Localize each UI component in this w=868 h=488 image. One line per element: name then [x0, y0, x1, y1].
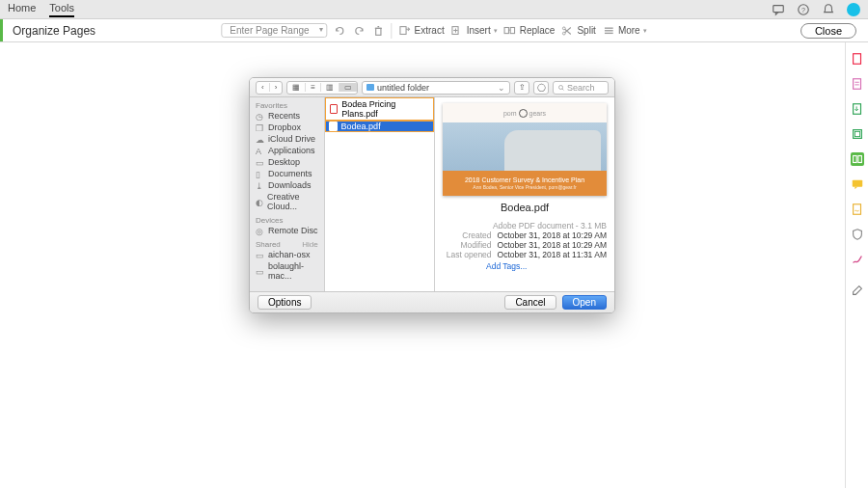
- devices-label: Devices: [256, 216, 318, 225]
- search-icon: [557, 84, 565, 92]
- file-preview: pomgears 2018 Customer Survey & Incentiv…: [435, 97, 614, 291]
- protect-icon[interactable]: [851, 228, 864, 241]
- file-open-dialog: ‹› ▦≡▥▭ untitled folder ⌄ ⇪ ◯ Search Fav…: [249, 77, 615, 313]
- trash-icon[interactable]: [372, 24, 386, 38]
- cc-icon: ◐: [256, 198, 263, 206]
- share-button[interactable]: ⇪: [514, 81, 529, 95]
- location-dropdown[interactable]: untitled folder ⌄: [362, 81, 510, 95]
- view-mode-buttons[interactable]: ▦≡▥▭: [286, 81, 358, 95]
- cancel-button[interactable]: Cancel: [504, 295, 556, 310]
- sidebar-downloads[interactable]: ⤓Downloads: [256, 179, 318, 191]
- recents-icon: ◷: [256, 112, 264, 121]
- file-list: Bodea Pricing Plans.pdf Bodea.pdf: [325, 97, 435, 291]
- preview-thumbnail: pomgears 2018 Customer Survey & Incentiv…: [443, 103, 607, 196]
- avatar[interactable]: [847, 3, 860, 16]
- folder-icon: [366, 84, 374, 91]
- svg-rect-13: [853, 54, 860, 65]
- apps-icon: A: [256, 147, 264, 155]
- chat-icon[interactable]: [772, 3, 785, 16]
- sidebar-shared-2[interactable]: ▭bolaughl-mac...: [256, 260, 318, 282]
- app-topbar: Home Tools ?: [0, 0, 868, 19]
- svg-rect-10: [605, 27, 613, 28]
- split-icon: [560, 24, 574, 38]
- svg-rect-0: [773, 5, 784, 12]
- file-row[interactable]: Bodea.pdf: [325, 121, 434, 132]
- svg-rect-7: [511, 27, 515, 33]
- extract-button[interactable]: Extract: [398, 24, 445, 38]
- svg-text:?: ?: [801, 6, 805, 13]
- create-pdf-icon[interactable]: [851, 52, 864, 66]
- top-tabs: Home Tools: [8, 2, 74, 17]
- options-button[interactable]: Options: [258, 295, 312, 310]
- sidebar-documents[interactable]: ▯Documents: [256, 168, 318, 179]
- right-rail: [845, 42, 868, 488]
- tab-tools[interactable]: Tools: [49, 2, 74, 17]
- fill-sign-icon[interactable]: [851, 203, 864, 216]
- nav-back-forward[interactable]: ‹›: [256, 81, 283, 95]
- preview-filename: Bodea.pdf: [501, 202, 549, 213]
- edit-pdf-icon[interactable]: [851, 77, 864, 91]
- svg-rect-4: [400, 26, 406, 34]
- search-field[interactable]: Search: [553, 81, 609, 95]
- sidebar-shared-1[interactable]: ▭aichan-osx: [256, 249, 318, 260]
- computer-icon: ▭: [256, 267, 264, 276]
- rotate-cw-icon[interactable]: [353, 24, 366, 38]
- split-button[interactable]: Split: [560, 24, 595, 38]
- tags-button[interactable]: ◯: [533, 81, 549, 95]
- sidebar-remote-disc[interactable]: ◎Remote Disc: [256, 225, 318, 236]
- add-tags-link[interactable]: Add Tags...: [486, 261, 527, 271]
- insert-button[interactable]: Insert▾: [450, 24, 498, 38]
- cloud-icon: ☁: [256, 135, 264, 144]
- svg-rect-17: [854, 131, 859, 136]
- sidebar-dropbox[interactable]: ❒Dropbox: [256, 122, 318, 133]
- tab-home[interactable]: Home: [8, 2, 36, 17]
- more-button[interactable]: More▾: [602, 24, 647, 38]
- hide-shared[interactable]: Hide: [302, 240, 317, 249]
- svg-rect-20: [852, 180, 862, 187]
- svg-rect-6: [504, 27, 508, 33]
- svg-rect-21: [853, 204, 860, 215]
- dialog-toolbar: ‹› ▦≡▥▭ untitled folder ⌄ ⇪ ◯ Search: [250, 78, 614, 97]
- organize-icon[interactable]: [851, 152, 864, 166]
- favorites-label: Favorites: [256, 101, 318, 110]
- desktop-icon: ▭: [256, 158, 264, 167]
- dropbox-icon: ❒: [256, 123, 264, 132]
- sign-icon[interactable]: [851, 253, 864, 266]
- compress-icon[interactable]: [851, 127, 864, 141]
- sidebar-desktop[interactable]: ▭Desktop: [256, 156, 318, 168]
- svg-rect-3: [376, 28, 381, 35]
- replace-icon: [503, 24, 517, 38]
- sidebar-applications[interactable]: AApplications: [256, 145, 318, 156]
- sidebar-recents[interactable]: ◷Recents: [256, 110, 318, 122]
- computer-icon: ▭: [256, 251, 264, 259]
- downloads-icon: ⤓: [256, 181, 264, 190]
- page-title: Organize Pages: [0, 19, 105, 41]
- open-button[interactable]: Open: [562, 295, 607, 310]
- shared-label: SharedHide: [256, 240, 318, 249]
- sidebar-creativecloud[interactable]: ◐Creative Cloud...: [256, 191, 318, 212]
- sidebar-icloud[interactable]: ☁iCloud Drive: [256, 133, 318, 145]
- preview-doctype: Adobe PDF document - 3.1 MB: [493, 221, 607, 230]
- pdf-icon: [330, 104, 339, 114]
- page-range-input[interactable]: Enter Page Range: [221, 23, 327, 38]
- replace-button[interactable]: Replace: [503, 24, 556, 38]
- help-icon[interactable]: ?: [797, 3, 810, 16]
- svg-point-22: [559, 85, 563, 89]
- svg-rect-18: [853, 156, 856, 163]
- documents-icon: ▯: [256, 170, 264, 178]
- export-pdf-icon[interactable]: [851, 102, 864, 116]
- pdf-icon: [329, 122, 338, 131]
- rotate-ccw-icon[interactable]: [334, 24, 347, 38]
- more-icon: [602, 24, 615, 38]
- dialog-footer: Options Cancel Open: [250, 291, 614, 312]
- svg-rect-19: [857, 156, 861, 163]
- comment-icon[interactable]: [851, 177, 864, 191]
- svg-rect-11: [605, 30, 613, 31]
- file-row[interactable]: Bodea Pricing Plans.pdf: [325, 97, 434, 121]
- extract-icon: [398, 24, 412, 38]
- close-button[interactable]: Close: [800, 23, 856, 39]
- insert-icon: [450, 24, 464, 38]
- more-tools-icon[interactable]: [851, 284, 864, 297]
- svg-rect-14: [853, 79, 860, 90]
- bell-icon[interactable]: [822, 3, 835, 16]
